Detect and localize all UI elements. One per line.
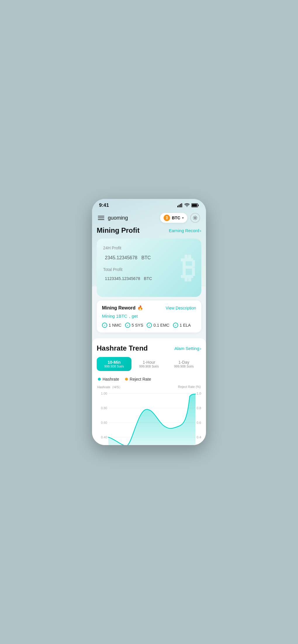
tab-1hour[interactable]: 1-Hour 999.908 Sol/s [131, 357, 166, 371]
chevron-down-icon: ▾ [182, 216, 184, 220]
hashrate-legend: Hashrate [98, 377, 119, 382]
24h-profit-value: 2345.12345678 BTC [103, 252, 195, 261]
y-axis-left-label: Hashrate（H/S） [97, 385, 122, 389]
svg-rect-3 [181, 203, 182, 207]
svg-text:1.00%: 1.00% [197, 392, 201, 395]
main-content: Mining Profit Earning Record › 24H Profi… [92, 226, 206, 445]
chevron-right-icon: › [200, 228, 201, 233]
menu-button[interactable] [98, 216, 104, 220]
reward-item-emc: ✓ 0.1 EMC [147, 323, 169, 328]
hashrate-title: Hashrate Trend [97, 344, 148, 352]
reject-rate-dot [125, 378, 128, 381]
fire-emoji: 🔥 [137, 305, 143, 311]
svg-rect-2 [180, 204, 181, 207]
profit-card: 24H Profit 2345.12345678 BTC Total Profi… [97, 239, 201, 297]
svg-text:0.80: 0.80 [101, 406, 107, 410]
24h-profit-label: 24H Profit [103, 246, 195, 250]
svg-text:0.80%: 0.80% [197, 406, 201, 410]
hashrate-chart: 1.00 0.80 0.60 0.40 0.20 1.00% 0.80% 0.6… [97, 391, 201, 445]
svg-text:1.00: 1.00 [101, 392, 107, 395]
svg-rect-5 [198, 205, 199, 206]
svg-text:0.40%: 0.40% [197, 435, 201, 439]
check-nmc-icon: ✓ [102, 323, 107, 328]
reward-item-nmc: ✓ 1 NMC [102, 323, 122, 328]
mining-profit-header: Mining Profit Earning Record › [97, 226, 201, 235]
view-description-link[interactable]: View Description [166, 306, 196, 310]
status-icons [177, 203, 199, 207]
chart-legend: Hashrate Reject Rate [97, 377, 201, 382]
settings-button[interactable] [190, 213, 200, 223]
svg-point-7 [195, 217, 196, 219]
btc-coin-icon: ₿ [164, 215, 170, 221]
reward-item-sys: ✓ 5 SYS [125, 323, 143, 328]
svg-text:0.60: 0.60 [101, 421, 107, 424]
reward-item-ela: ✓ 1 ELA [173, 323, 191, 328]
tab-10min[interactable]: 10-Min 999.908 Sol/s [97, 357, 131, 371]
chevron-right-icon: › [200, 346, 201, 351]
earning-record-link[interactable]: Earning Record › [169, 228, 201, 233]
chart-svg: 1.00 0.80 0.60 0.40 0.20 1.00% 0.80% 0.6… [97, 391, 201, 445]
svg-text:0.60%: 0.60% [197, 421, 201, 424]
svg-rect-0 [177, 206, 178, 207]
hashrate-title-row: Hashrate Trend Alam Setting › [97, 344, 201, 352]
y-axis-right-label: Reject Rate (%) [178, 385, 201, 389]
svg-rect-6 [192, 204, 197, 207]
header-left: guoming [98, 215, 128, 221]
reward-card-header: Mining Reword 🔥 View Description [102, 305, 196, 311]
header-right: ₿ BTC ▾ [160, 213, 200, 223]
hashrate-dot [98, 378, 101, 381]
chart-fill-area [108, 394, 195, 445]
total-profit-label: Total Profit [103, 267, 195, 272]
signal-icon [177, 203, 183, 207]
username-label: guoming [108, 215, 128, 221]
tab-1day[interactable]: 1-Day 999.908 Sol/s [167, 357, 201, 371]
reward-subtitle: Mining 1BTC，get [102, 314, 196, 319]
check-ela-icon: ✓ [173, 323, 178, 328]
alarm-setting-link[interactable]: Alam Setting › [174, 346, 201, 351]
hashrate-section: Hashrate Trend Alam Setting › 10-Min 999… [92, 338, 206, 445]
svg-text:0.40: 0.40 [101, 435, 107, 439]
currency-selector[interactable]: ₿ BTC ▾ [160, 213, 187, 223]
check-emc-icon: ✓ [147, 323, 152, 328]
mining-reward-card: Mining Reword 🔥 View Description Mining … [97, 300, 201, 332]
reward-title: Mining Reword 🔥 [102, 305, 143, 311]
wifi-icon [184, 203, 190, 207]
reject-rate-legend: Reject Rate [125, 377, 151, 382]
battery-icon [191, 203, 199, 207]
status-bar: 9:41 [92, 199, 206, 211]
page-title: Mining Profit [97, 226, 140, 235]
time-tabs: 10-Min 999.908 Sol/s 1-Hour 999.908 Sol/… [97, 357, 201, 371]
status-time: 9:41 [99, 202, 109, 208]
svg-rect-1 [179, 205, 180, 207]
total-profit-value: 1123345.12345678 BTC [103, 274, 195, 282]
currency-label: BTC [172, 216, 180, 220]
reward-items-list: ✓ 1 NMC ✓ 5 SYS ✓ 0.1 EMC ✓ [102, 323, 196, 328]
gear-icon [193, 216, 197, 220]
app-header: guoming ₿ BTC ▾ [92, 211, 206, 226]
check-sys-icon: ✓ [125, 323, 130, 328]
